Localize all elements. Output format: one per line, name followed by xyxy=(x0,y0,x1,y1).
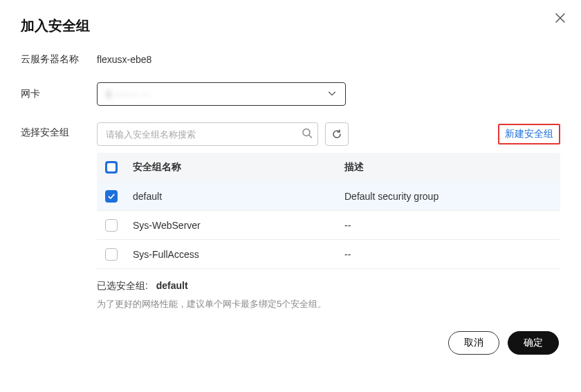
dialog-footer: 取消 确定 xyxy=(21,331,560,355)
header-name: 安全组名称 xyxy=(130,161,344,174)
security-group-row: 选择安全组 新建安全组 xyxy=(21,122,560,310)
nic-row: 网卡 1········ ·· xyxy=(21,82,560,106)
row-desc: Default security group xyxy=(344,191,552,202)
row-name: default xyxy=(130,191,344,202)
refresh-icon xyxy=(331,129,342,140)
new-security-group-link[interactable]: 新建安全组 xyxy=(498,124,560,144)
nic-selected-value: 1········ ·· xyxy=(106,88,149,100)
selected-summary: 已选安全组: default xyxy=(97,280,560,292)
selected-label: 已选安全组: xyxy=(97,280,148,291)
table-row[interactable]: default Default security group xyxy=(97,182,560,211)
chevron-down-icon xyxy=(327,88,337,100)
row-checkbox[interactable] xyxy=(105,190,118,203)
row-name: Sys-FullAccess xyxy=(130,249,344,260)
close-button[interactable] xyxy=(555,12,566,24)
row-name: Sys-WebServer xyxy=(130,220,344,231)
confirm-button[interactable]: 确定 xyxy=(508,331,559,355)
table-row[interactable]: Sys-WebServer -- xyxy=(97,211,560,240)
security-group-toolbar: 新建安全组 xyxy=(97,122,560,146)
dialog-title: 加入安全组 xyxy=(21,17,560,35)
server-name-value: flexusx-ebe8 xyxy=(97,54,151,65)
server-name-label: 云服务器名称 xyxy=(21,53,97,66)
selected-value: default xyxy=(156,280,188,291)
select-all-checkbox[interactable] xyxy=(105,161,118,174)
close-icon xyxy=(555,12,566,24)
server-name-row: 云服务器名称 flexusx-ebe8 xyxy=(21,53,560,66)
table-header-row: 安全组名称 描述 xyxy=(97,153,560,182)
row-desc: -- xyxy=(344,249,552,260)
nic-select[interactable]: 1········ ·· xyxy=(97,82,346,106)
join-security-group-dialog: 加入安全组 云服务器名称 flexusx-ebe8 网卡 1········ ·… xyxy=(0,0,581,368)
checkmark-icon xyxy=(107,192,116,200)
row-checkbox[interactable] xyxy=(105,219,118,232)
table-row[interactable]: Sys-FullAccess -- xyxy=(97,240,560,269)
cancel-button[interactable]: 取消 xyxy=(448,331,499,355)
search-input[interactable] xyxy=(97,122,318,146)
refresh-button[interactable] xyxy=(325,122,349,146)
row-desc: -- xyxy=(344,220,552,231)
security-group-table: 安全组名称 描述 default Default security group xyxy=(97,153,560,269)
nic-label: 网卡 xyxy=(21,88,97,100)
security-group-label: 选择安全组 xyxy=(21,122,97,139)
hint-text: 为了更好的网络性能，建议单个网卡最多绑定5个安全组。 xyxy=(97,298,560,310)
header-desc: 描述 xyxy=(344,161,552,174)
row-checkbox[interactable] xyxy=(105,248,118,261)
